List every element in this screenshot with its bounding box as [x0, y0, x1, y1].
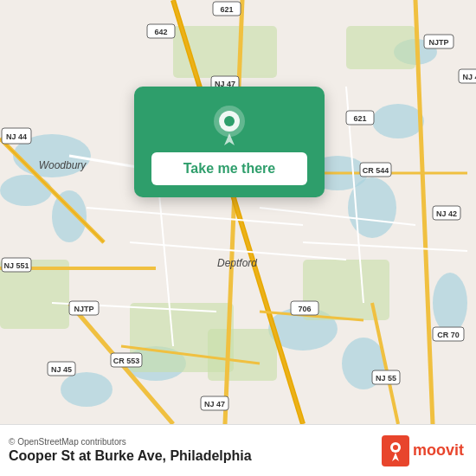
svg-text:NJ 44: NJ 44: [6, 132, 27, 141]
take-me-there-button[interactable]: Take me there: [151, 152, 307, 185]
bottom-text-area: © OpenStreetMap contributors Cooper St a…: [9, 437, 252, 464]
svg-text:706: 706: [298, 305, 311, 313]
svg-text:NJTP: NJTP: [74, 305, 93, 313]
svg-text:NJ 55: NJ 55: [376, 374, 396, 383]
svg-text:NJ 551: NJ 551: [3, 261, 29, 270]
map-container: NJ 44 621 642 NJTP NJ 4 621 NJ 47 CR 544…: [0, 0, 476, 424]
svg-point-77: [224, 116, 235, 126]
svg-text:Deptford: Deptford: [217, 257, 257, 269]
svg-text:621: 621: [353, 114, 366, 123]
svg-point-2: [0, 175, 52, 206]
svg-point-6: [372, 104, 424, 138]
svg-text:642: 642: [154, 28, 167, 36]
location-pin-icon: [209, 102, 250, 144]
svg-text:CR 544: CR 544: [363, 166, 389, 175]
svg-text:CR 553: CR 553: [113, 357, 140, 365]
osm-attribution: © OpenStreetMap contributors: [9, 437, 252, 447]
moovit-text: moovit: [413, 441, 464, 460]
svg-text:NJ 42: NJ 42: [436, 209, 457, 218]
svg-rect-18: [208, 329, 277, 381]
moovit-logo: moovit: [382, 435, 464, 466]
svg-text:621: 621: [220, 5, 233, 14]
svg-point-12: [433, 273, 467, 333]
location-name: Cooper St at Burke Ave, Philadelphia: [9, 448, 252, 464]
bottom-bar: © OpenStreetMap contributors Cooper St a…: [0, 424, 476, 476]
svg-point-10: [61, 372, 113, 407]
svg-point-80: [393, 445, 398, 450]
svg-text:NJ 4: NJ 4: [462, 73, 476, 81]
svg-text:NJ 47: NJ 47: [204, 400, 225, 408]
svg-text:NJ 45: NJ 45: [51, 365, 72, 374]
svg-text:CR 70: CR 70: [437, 331, 460, 339]
svg-text:NJTP: NJTP: [428, 38, 448, 47]
moovit-icon: [382, 435, 409, 466]
location-card: Take me there: [134, 87, 325, 197]
svg-rect-17: [346, 26, 415, 69]
svg-text:Woodbury: Woodbury: [39, 159, 87, 171]
